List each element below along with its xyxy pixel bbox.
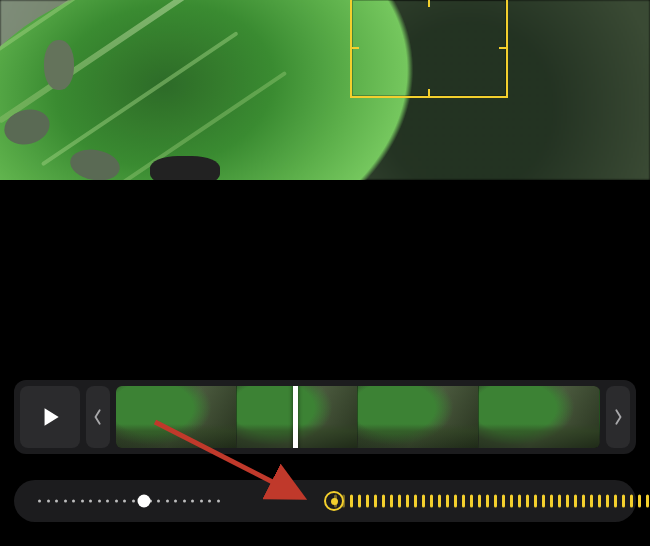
trim-handle-left[interactable]: [86, 386, 110, 448]
timeline-frame: [116, 386, 237, 448]
video-preview[interactable]: [0, 0, 650, 180]
trim-handle-right[interactable]: [606, 386, 630, 448]
chevron-right-icon: [613, 405, 623, 429]
timeline-frame: [479, 386, 600, 448]
scrubber-track[interactable]: [38, 491, 612, 511]
scrubber-ticks-slowmo: [334, 495, 650, 508]
scrubber-start-knob[interactable]: [138, 495, 151, 508]
timeline-frame: [358, 386, 479, 448]
video-editor-screen: [0, 0, 650, 546]
play-icon: [37, 404, 63, 430]
focus-indicator-box[interactable]: [350, 0, 508, 98]
timeline-frames[interactable]: [116, 386, 600, 448]
chevron-left-icon: [93, 405, 103, 429]
scrubber-slowmo-knob[interactable]: [324, 491, 344, 511]
scrubber-dots-normal: [38, 500, 334, 503]
speed-scrubber-bar: [14, 480, 636, 522]
play-button[interactable]: [20, 386, 80, 448]
video-timeline-bar: [14, 380, 636, 454]
playhead[interactable]: [293, 386, 298, 448]
